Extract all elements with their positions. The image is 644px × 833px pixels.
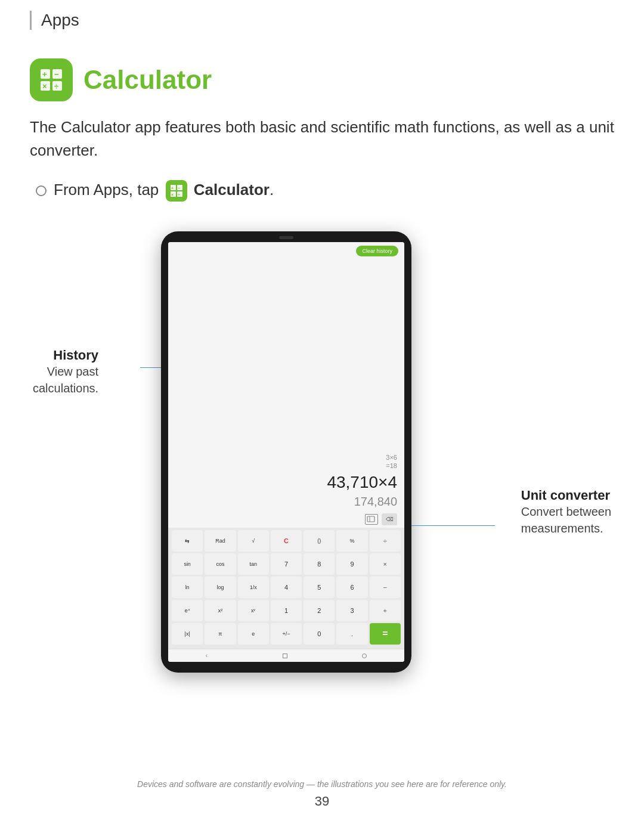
app-title-row: + − × ÷ Calculator xyxy=(30,58,644,101)
key-equals[interactable]: = xyxy=(370,623,401,645)
key-ex[interactable]: eˣ xyxy=(172,600,203,621)
calc-result-area: 174,840 xyxy=(175,493,397,513)
key-subtract[interactable]: − xyxy=(370,577,401,598)
calc-display: 3×6 =18 43,710×4 174,840 xyxy=(168,258,404,528)
clear-history-button[interactable]: Clear history xyxy=(356,246,398,256)
callout-history-subtitle1: View past xyxy=(33,363,98,380)
footer-disclaimer: Devices and software are constantly evol… xyxy=(0,779,644,789)
key-7[interactable]: 7 xyxy=(271,553,302,575)
key-2[interactable]: 2 xyxy=(304,600,335,621)
callout-unit-subtitle2: measurements. xyxy=(521,520,611,537)
diagram-area: History View past calculations. Clear hi… xyxy=(0,231,644,696)
calc-expression: 43,710×4 xyxy=(175,472,397,493)
svg-text:÷: ÷ xyxy=(178,193,180,197)
page-footer: Devices and software are constantly evol… xyxy=(0,779,644,809)
keypad-row-4: eˣ x² xʸ 1 2 3 + xyxy=(172,600,401,621)
calc-top-bar: Clear history xyxy=(168,242,404,258)
keypad-row-3: ln log 1/x 4 5 6 − xyxy=(172,577,401,598)
key-8[interactable]: 8 xyxy=(304,553,335,575)
tablet-device: Clear history 3×6 =18 43,710×4 174,840 xyxy=(161,231,411,673)
tablet-outer: Clear history 3×6 =18 43,710×4 174,840 xyxy=(161,231,411,673)
key-e[interactable]: e xyxy=(238,623,269,645)
key-sqrt[interactable]: √ xyxy=(238,530,269,552)
key-abs[interactable]: |x| xyxy=(172,623,203,645)
key-cos[interactable]: cos xyxy=(205,553,236,575)
section-header: Apps xyxy=(30,11,644,30)
calc-keypad: ⇆ Rad √ C () % ÷ sin cos tan 7 8 xyxy=(168,528,404,649)
key-9[interactable]: 9 xyxy=(336,553,367,575)
keypad-row-1: ⇆ Rad √ C () % ÷ xyxy=(172,530,401,552)
key-pi[interactable]: π xyxy=(205,623,236,645)
key-tan[interactable]: tan xyxy=(238,553,269,575)
key-decimal[interactable]: . xyxy=(336,623,367,645)
key-multiply[interactable]: × xyxy=(370,553,401,575)
svg-text:+: + xyxy=(42,70,47,79)
unit-converter-icon xyxy=(365,514,378,525)
callout-unit-title: Unit converter xyxy=(521,488,611,503)
tablet-nav-bar: ‹ xyxy=(168,649,404,662)
svg-rect-16 xyxy=(367,516,374,522)
callout-unit-subtitle1: Convert between xyxy=(521,503,611,520)
app-icon: + − × ÷ xyxy=(30,58,73,101)
key-divide[interactable]: ÷ xyxy=(370,530,401,552)
key-sin[interactable]: sin xyxy=(172,553,203,575)
calc-icons-row: ⌫ xyxy=(175,513,397,528)
key-inv[interactable]: 1/x xyxy=(238,577,269,598)
section-title: Apps xyxy=(41,11,79,29)
key-6[interactable]: 6 xyxy=(336,577,367,598)
key-3[interactable]: 3 xyxy=(336,600,367,621)
key-pow[interactable]: xʸ xyxy=(238,600,269,621)
key-0[interactable]: 0 xyxy=(304,623,335,645)
inline-app-icon: + − × ÷ xyxy=(166,180,187,202)
nav-back-button[interactable]: ‹ xyxy=(206,652,208,659)
app-description: The Calculator app features both basic a… xyxy=(30,116,614,162)
svg-text:−: − xyxy=(178,186,180,190)
nav-home-button[interactable] xyxy=(283,654,287,658)
key-rad[interactable]: Rad xyxy=(205,530,236,552)
key-add[interactable]: + xyxy=(370,600,401,621)
key-convert[interactable]: ⇆ xyxy=(172,530,203,552)
key-paren[interactable]: () xyxy=(304,530,335,552)
instruction-text: From Apps, tap + − × ÷ Calculator. xyxy=(54,180,274,202)
key-sq[interactable]: x² xyxy=(205,600,236,621)
svg-text:×: × xyxy=(42,82,47,91)
backspace-button[interactable]: ⌫ xyxy=(382,513,397,525)
svg-text:−: − xyxy=(54,70,59,79)
tablet-camera xyxy=(279,236,293,239)
svg-text:÷: ÷ xyxy=(54,82,58,91)
calc-result: 174,840 xyxy=(354,495,397,509)
keypad-row-5: |x| π e +/− 0 . = xyxy=(172,623,401,645)
key-1[interactable]: 1 xyxy=(271,600,302,621)
tablet-screen: Clear history 3×6 =18 43,710×4 174,840 xyxy=(168,242,404,662)
key-5[interactable]: 5 xyxy=(304,577,335,598)
callout-history: History View past calculations. xyxy=(33,348,98,397)
key-log[interactable]: log xyxy=(205,577,236,598)
keypad-row-2: sin cos tan 7 8 9 × xyxy=(172,553,401,575)
page-number: 39 xyxy=(0,794,644,809)
key-percent[interactable]: % xyxy=(336,530,367,552)
nav-recent-button[interactable] xyxy=(362,654,367,658)
connector-line-right xyxy=(411,525,495,526)
callout-history-title: History xyxy=(33,348,98,363)
calc-history: 3×6 =18 xyxy=(175,453,397,470)
bullet-icon xyxy=(36,185,47,196)
svg-text:+: + xyxy=(171,186,174,190)
callout-history-subtitle2: calculations. xyxy=(33,380,98,397)
key-sign[interactable]: +/− xyxy=(271,623,302,645)
instruction-row: From Apps, tap + − × ÷ Calculator. xyxy=(36,180,644,202)
svg-text:×: × xyxy=(171,193,174,197)
key-ln[interactable]: ln xyxy=(172,577,203,598)
app-title: Calculator xyxy=(83,65,212,95)
key-4[interactable]: 4 xyxy=(271,577,302,598)
key-clear[interactable]: C xyxy=(271,530,302,552)
callout-unit-converter: Unit converter Convert between measureme… xyxy=(521,488,611,537)
